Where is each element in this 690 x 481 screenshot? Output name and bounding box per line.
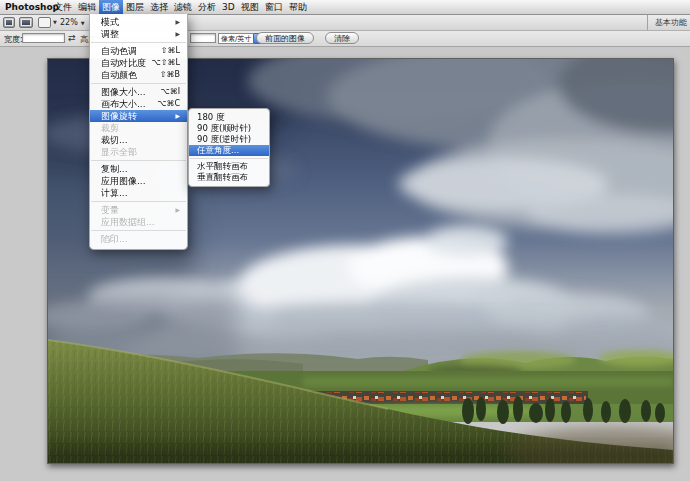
- submenu-item-label: 90 度(逆时针): [197, 134, 251, 145]
- submenu-item-flip-vertical[interactable]: 垂直翻转画布: [189, 172, 269, 183]
- resolution-input[interactable]: [190, 33, 216, 43]
- image-rotation-submenu: 180 度 90 度(顺时针) 90 度(逆时针) 任意角度... 水平翻转画布…: [188, 108, 270, 187]
- width-input[interactable]: [22, 33, 65, 43]
- menu-item-label: 复制...: [101, 163, 128, 175]
- zoom-tool-caret-icon[interactable]: ▼: [53, 19, 57, 26]
- view-extras-icon-art: [21, 19, 31, 26]
- menu-item-mode[interactable]: 模式 ▶: [90, 16, 187, 28]
- menu-separator: [91, 83, 186, 84]
- menu-separator: [91, 42, 186, 43]
- view-extras-icon[interactable]: [19, 17, 33, 28]
- submenu-item-label: 90 度(顺时针): [197, 123, 251, 134]
- menu-item-label: 自动对比度: [101, 57, 146, 69]
- submenu-item-label: 任意角度...: [197, 145, 239, 156]
- menu-item-crop[interactable]: 裁剪: [90, 122, 187, 134]
- menu-item-variables[interactable]: 变量 ▶: [90, 204, 187, 216]
- menubar-app-title: Photoshop: [0, 0, 51, 14]
- menu-item-adjustments[interactable]: 调整 ▶: [90, 28, 187, 40]
- zoom-level-dropdown[interactable]: 22% ▼: [60, 17, 85, 28]
- menubar-item-image[interactable]: 图像: [99, 0, 123, 14]
- menubar-item-window[interactable]: 窗口: [262, 0, 286, 14]
- zoom-level-value: 22%: [60, 18, 78, 27]
- clear-button[interactable]: 清除: [325, 32, 359, 44]
- menu-item-label: 模式: [101, 16, 119, 28]
- menu-item-apply-data-set[interactable]: 应用数据组...: [90, 216, 187, 228]
- menu-item-label: 显示全部: [101, 146, 137, 158]
- bridge-launcher-icon-art: [5, 19, 13, 26]
- photoshop-window: Photoshop 文件 编辑 图像 图层 选择 滤镜 分析 3D 视图 窗口 …: [0, 0, 690, 481]
- menubar-item-layer[interactable]: 图层: [123, 0, 147, 14]
- menu-item-trap[interactable]: 陷印...: [90, 233, 187, 245]
- menu-item-label: 图像旋转: [101, 110, 137, 122]
- menu-item-shortcut: ⌥⌘I: [160, 86, 180, 98]
- menu-item-label: 应用图像...: [101, 175, 146, 187]
- submenu-arrow-icon: ▶: [175, 204, 180, 216]
- menu-item-image-size[interactable]: 图像大小... ⌥⌘I: [90, 86, 187, 98]
- zoom-level-caret-icon: ▼: [81, 20, 85, 26]
- menu-item-label: 自动色调: [101, 45, 137, 57]
- menu-item-label: 裁切...: [101, 134, 128, 146]
- menu-item-auto-contrast[interactable]: 自动对比度 ⌥⇧⌘L: [90, 57, 187, 69]
- workspace-label: 基本功能: [655, 17, 687, 28]
- menu-bar: Photoshop 文件 编辑 图像 图层 选择 滤镜 分析 3D 视图 窗口 …: [0, 0, 690, 15]
- menu-item-shortcut: ⌥⌘C: [157, 98, 180, 110]
- menu-item-label: 调整: [101, 28, 119, 40]
- menu-item-duplicate[interactable]: 复制...: [90, 163, 187, 175]
- submenu-arrow-icon: ▶: [175, 28, 180, 40]
- submenu-item-label: 水平翻转画布: [197, 161, 248, 172]
- menu-item-label: 自动颜色: [101, 69, 137, 81]
- submenu-arrow-icon: ▶: [175, 110, 180, 122]
- submenu-item-180[interactable]: 180 度: [189, 112, 269, 123]
- menu-item-auto-tone[interactable]: 自动色调 ⇧⌘L: [90, 45, 187, 57]
- menubar-item-help[interactable]: 帮助: [286, 0, 310, 14]
- clear-button-label: 清除: [334, 33, 350, 44]
- submenu-item-90-cw[interactable]: 90 度(顺时针): [189, 123, 269, 134]
- submenu-item-label: 180 度: [197, 112, 224, 123]
- menu-item-apply-image[interactable]: 应用图像...: [90, 175, 187, 187]
- menu-item-label: 画布大小...: [101, 98, 146, 110]
- menu-item-shortcut: ⌥⇧⌘L: [152, 57, 180, 69]
- menu-item-canvas-size[interactable]: 画布大小... ⌥⌘C: [90, 98, 187, 110]
- menu-item-label: 变量: [101, 204, 119, 216]
- menu-item-label: 图像大小...: [101, 86, 146, 98]
- menu-item-label: 应用数据组...: [101, 216, 155, 228]
- submenu-arrow-icon: ▶: [175, 16, 180, 28]
- menubar-item-file[interactable]: 文件: [51, 0, 75, 14]
- menu-separator: [91, 230, 186, 231]
- menubar-item-select[interactable]: 选择: [147, 0, 171, 14]
- menu-item-shortcut: ⇧⌘B: [160, 69, 180, 81]
- submenu-item-90-ccw[interactable]: 90 度(逆时针): [189, 134, 269, 145]
- menubar-item-edit[interactable]: 编辑: [75, 0, 99, 14]
- menubar-item-analysis[interactable]: 分析: [195, 0, 219, 14]
- submenu-item-label: 垂直翻转画布: [197, 172, 248, 183]
- menu-item-label: 陷印...: [101, 233, 128, 245]
- menu-separator: [91, 160, 186, 161]
- menu-separator: [190, 158, 268, 159]
- menu-item-image-rotation[interactable]: 图像旋转 ▶: [90, 110, 187, 122]
- submenu-item-arbitrary[interactable]: 任意角度...: [189, 145, 269, 156]
- resolution-unit-value: 像素/英寸: [218, 33, 253, 44]
- menubar-item-3d[interactable]: 3D: [219, 0, 238, 14]
- bridge-launcher-icon[interactable]: [3, 17, 15, 28]
- menu-item-shortcut: ⇧⌘L: [161, 45, 180, 57]
- menu-item-reveal-all[interactable]: 显示全部: [90, 146, 187, 158]
- swap-dimensions-icon[interactable]: ⇄: [68, 33, 76, 43]
- menu-item-label: 裁剪: [101, 122, 119, 134]
- workspace-switcher-button[interactable]: 基本功能: [647, 15, 687, 30]
- front-image-button[interactable]: 前面的图像: [256, 32, 314, 44]
- menubar-item-view[interactable]: 视图: [238, 0, 262, 14]
- menu-item-label: 计算...: [101, 187, 128, 199]
- front-image-button-label: 前面的图像: [265, 33, 305, 44]
- zoom-tool-icon[interactable]: [38, 17, 51, 28]
- menubar-item-filter[interactable]: 滤镜: [171, 0, 195, 14]
- image-menu-dropdown: 模式 ▶ 调整 ▶ 自动色调 ⇧⌘L 自动对比度 ⌥⇧⌘L 自动颜色 ⇧⌘B 图…: [89, 14, 188, 250]
- menu-item-auto-color[interactable]: 自动颜色 ⇧⌘B: [90, 69, 187, 81]
- menu-item-trim[interactable]: 裁切...: [90, 134, 187, 146]
- menu-item-calculations[interactable]: 计算...: [90, 187, 187, 199]
- width-label: 宽度:: [4, 34, 23, 45]
- menu-separator: [91, 201, 186, 202]
- submenu-item-flip-horizontal[interactable]: 水平翻转画布: [189, 161, 269, 172]
